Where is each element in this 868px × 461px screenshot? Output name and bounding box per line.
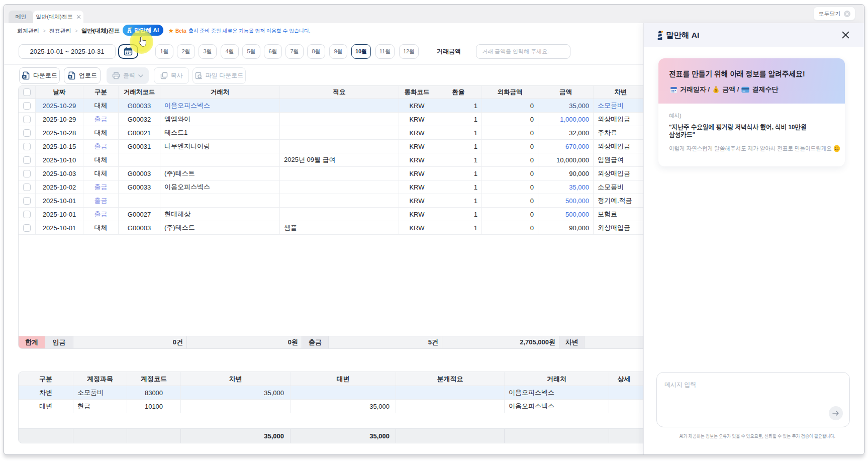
svg-text:$: $ (715, 88, 717, 93)
